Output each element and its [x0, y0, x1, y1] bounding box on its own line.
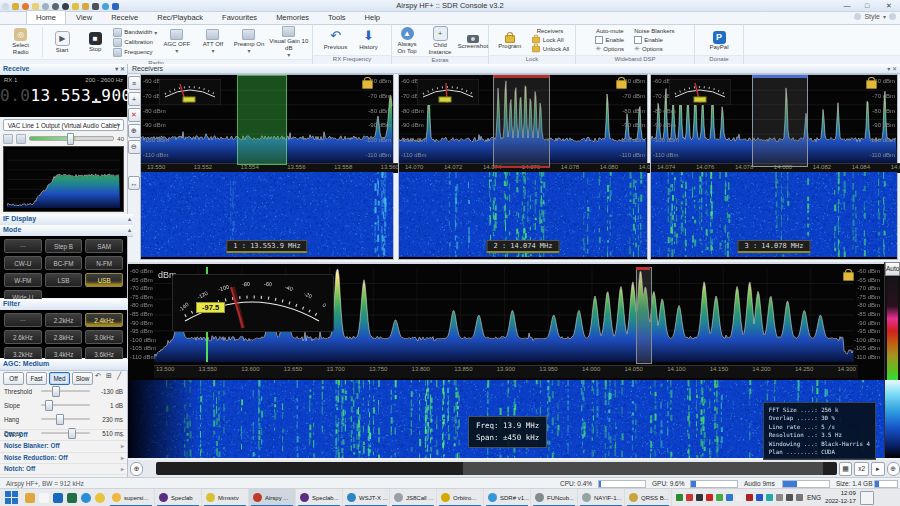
- history-button[interactable]: ⬇ History: [354, 30, 384, 51]
- pinned-app-icon[interactable]: [81, 493, 91, 503]
- frequency-digits[interactable]: 13.553.900: [30, 86, 131, 105]
- hang-slider[interactable]: [41, 418, 90, 420]
- collapse-icon[interactable]: ▾: [887, 66, 890, 72]
- dsp-section[interactable]: Noise Blanker: Off: [0, 440, 127, 451]
- nav-next-icon[interactable]: ▸: [871, 462, 884, 476]
- mode-button[interactable]: USB: [85, 273, 123, 287]
- pinned-app-icon[interactable]: [39, 493, 49, 503]
- tray-icon[interactable]: [706, 494, 713, 501]
- tray-icon[interactable]: [696, 494, 703, 501]
- tray-icon[interactable]: [776, 494, 783, 501]
- filter-button[interactable]: 2.8kHz: [45, 330, 83, 344]
- slider-thumb[interactable]: [56, 414, 64, 425]
- style-label[interactable]: Style: [864, 13, 880, 20]
- taskbar-app[interactable]: JS8Call ...: [390, 489, 437, 506]
- taskbar-app[interactable]: FUNcub...: [531, 489, 578, 506]
- main-spectrum-frequency-scale[interactable]: 13.50013.55013.60013.65013.70013.75013.8…: [154, 365, 858, 378]
- ribbon-tab[interactable]: Rec/Playback: [148, 11, 212, 24]
- frequency-display[interactable]: RX 1 200 - 2600 Hz 0.013.553.900: [0, 75, 127, 117]
- volume-slider-thumb[interactable]: [67, 133, 74, 145]
- lock-icon[interactable]: [616, 80, 627, 89]
- taskbar-app[interactable]: Airspy ...: [249, 489, 296, 506]
- remove-receiver-icon[interactable]: ✕: [128, 108, 141, 122]
- taskbar-app[interactable]: Mmsstv: [202, 489, 249, 506]
- pinned-app-icon[interactable]: [67, 493, 77, 503]
- dsp-section[interactable]: CW: Off: [0, 429, 127, 440]
- tray-icon[interactable]: [686, 494, 693, 501]
- noise-blanker-options-button[interactable]: ✳Options: [634, 45, 674, 53]
- slider-thumb[interactable]: [52, 386, 60, 397]
- tray-icon[interactable]: [796, 494, 803, 501]
- add-receiver-icon[interactable]: +: [128, 92, 141, 106]
- screenshot-button[interactable]: Screenshot: [458, 32, 488, 50]
- graph-icon[interactable]: ╱: [117, 372, 121, 380]
- frequency-button[interactable]: Frequency: [113, 48, 157, 57]
- filter-button[interactable]: 2.4kHz: [85, 313, 123, 327]
- pinned-app-icon[interactable]: [95, 493, 105, 503]
- agc-dropdown[interactable]: AGC OFF: [160, 29, 193, 55]
- taskbar-app[interactable]: supersi...: [108, 489, 155, 506]
- receiver-3-passband[interactable]: [752, 75, 808, 167]
- receiver-1-passband[interactable]: [237, 75, 287, 165]
- tray-icon[interactable]: [746, 494, 753, 501]
- threshold-slider[interactable]: [41, 390, 90, 392]
- speaker-icon[interactable]: [16, 134, 26, 144]
- nav-zoom-level[interactable]: x2: [854, 462, 869, 476]
- receiver-3-label[interactable]: 3 : 14.078 MHz: [737, 240, 810, 253]
- lock-icon[interactable]: [866, 80, 877, 89]
- action-center-icon[interactable]: [860, 491, 874, 505]
- expand-icon[interactable]: ▴: [128, 216, 131, 222]
- stop-button[interactable]: ■ Stop: [80, 32, 110, 53]
- mode-button[interactable]: SAM: [85, 239, 123, 253]
- ribbon-tab[interactable]: Home: [26, 10, 66, 24]
- ribbon-tab[interactable]: Help: [356, 11, 389, 24]
- taskbar-app[interactable]: SDR# v1...: [484, 489, 531, 506]
- receiver-2-3-marker[interactable]: [636, 267, 652, 364]
- if-spectrum-thumbnail[interactable]: [3, 146, 124, 212]
- collapse-icon[interactable]: ▾: [115, 66, 118, 72]
- expand-icon[interactable]: ▴: [128, 227, 131, 233]
- preamp-dropdown[interactable]: Preamp On: [232, 29, 265, 55]
- dsp-section[interactable]: Noise Reduction: Off: [0, 452, 127, 463]
- maximize-button[interactable]: [858, 0, 876, 11]
- mode-button[interactable]: ···: [4, 239, 42, 253]
- receivers-panel-header[interactable]: Receivers ▾ ✕: [128, 64, 900, 74]
- child-instance-button[interactable]: + Child Instance: [425, 26, 455, 56]
- dsp-section[interactable]: Notch: Off: [0, 463, 127, 474]
- paypal-button[interactable]: PayPal: [704, 31, 734, 51]
- filter-button[interactable]: 3.0kHz: [85, 330, 123, 344]
- color-gradient[interactable]: [887, 277, 898, 381]
- taskbar-app[interactable]: Speclab...: [296, 489, 343, 506]
- copy-icon[interactable]: ⊞: [106, 372, 112, 380]
- tray-icon[interactable]: [676, 494, 683, 501]
- start-button[interactable]: [0, 489, 22, 506]
- nav-ruler[interactable]: [156, 462, 836, 475]
- mode-button[interactable]: BC-FM: [45, 256, 83, 270]
- tray-icon[interactable]: [766, 494, 773, 501]
- close-button[interactable]: [880, 0, 898, 11]
- receiver-2-passband[interactable]: [493, 75, 550, 168]
- slope-slider[interactable]: [41, 404, 90, 406]
- mode-button[interactable]: W-FM: [4, 273, 42, 287]
- tray-icon[interactable]: [756, 494, 763, 501]
- receiver-1-label[interactable]: 1 : 13.553.9 MHz: [226, 240, 307, 253]
- unlock-all-button[interactable]: Unlock All: [531, 45, 569, 53]
- menu-icon[interactable]: ≡: [128, 76, 141, 90]
- filter-button[interactable]: 2.2kHz: [45, 313, 83, 327]
- taskbar-clock[interactable]: 12:09 2022-12-17: [825, 490, 856, 506]
- zoom-out-icon[interactable]: ⊖: [128, 140, 141, 154]
- visual-gain-dropdown[interactable]: Visual Gain 10 dB: [269, 26, 309, 59]
- language-indicator[interactable]: ENG: [807, 494, 821, 501]
- tray-icon[interactable]: [736, 494, 743, 501]
- ribbon-tab[interactable]: View: [67, 11, 101, 24]
- mode-button[interactable]: N-FM: [85, 256, 123, 270]
- main-waterfall[interactable]: Freq: 13.9 MHz Span: ±450 kHz FFT Size .…: [128, 380, 884, 458]
- pinned-app-icon[interactable]: [25, 493, 35, 503]
- close-icon[interactable]: ✕: [892, 66, 897, 72]
- taskbar-app[interactable]: QRSS B...: [625, 489, 672, 506]
- volume-slider[interactable]: [29, 136, 114, 141]
- mute-icon[interactable]: [3, 134, 13, 144]
- taskbar-app[interactable]: Orbitro...: [437, 489, 484, 506]
- lock-icon[interactable]: [843, 272, 854, 281]
- taskbar-app[interactable]: WSJT-X ...: [343, 489, 390, 506]
